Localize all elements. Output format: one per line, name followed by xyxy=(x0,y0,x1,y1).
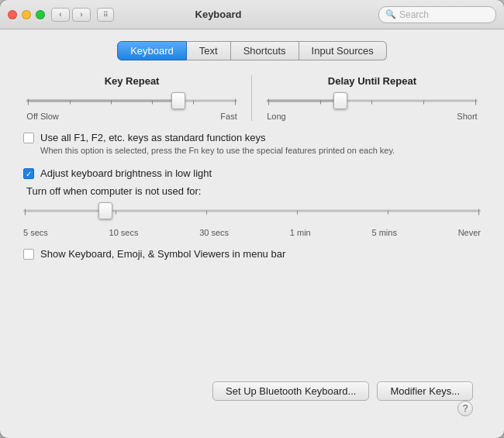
delay-repeat-label: Delay Until Repeat xyxy=(328,75,416,87)
brightness-checkbox-row: ✓ Adjust keyboard brightness in low ligh… xyxy=(23,167,481,179)
slider-divider xyxy=(251,75,252,121)
modifier-button[interactable]: Modifier Keys... xyxy=(377,381,473,401)
delay-repeat-track xyxy=(267,100,477,102)
show-viewers-checkbox[interactable] xyxy=(23,249,34,260)
fn-keys-checkbox[interactable] xyxy=(23,133,34,143)
help-button[interactable]: ? xyxy=(457,401,473,416)
time-slider[interactable] xyxy=(23,203,481,219)
time-label-3: 1 min xyxy=(290,228,311,237)
main-window: ‹ › ⠿ Keyboard 🔍 Search Keyboard Text Sh… xyxy=(0,0,504,438)
bottom-row: Set Up Bluetooth Keyboard... Modifier Ke… xyxy=(16,381,488,401)
key-repeat-track xyxy=(26,100,236,102)
bottom-area: Set Up Bluetooth Keyboard... Modifier Ke… xyxy=(16,381,488,422)
time-label-2: 30 secs xyxy=(199,228,229,237)
brightness-checkbox[interactable]: ✓ xyxy=(23,168,34,179)
fn-keys-label: Use all F1, F2, etc. keys as standard fu… xyxy=(40,132,395,143)
delay-repeat-fill xyxy=(267,100,340,102)
tab-shortcuts[interactable]: Shortcuts xyxy=(231,41,299,60)
turnoff-label: Turn off when computer is not used for: xyxy=(23,185,481,197)
brightness-section: ✓ Adjust keyboard brightness in low ligh… xyxy=(16,167,488,237)
key-repeat-group: Key Repeat xyxy=(26,75,236,121)
fn-keys-text: Use all F1, F2, etc. keys as standard fu… xyxy=(40,132,395,157)
time-label-1: 10 secs xyxy=(109,228,139,237)
search-icon: 🔍 xyxy=(385,9,396,19)
time-label-0: 5 secs xyxy=(23,228,48,237)
fn-keys-row: Use all F1, F2, etc. keys as standard fu… xyxy=(16,132,488,157)
close-button[interactable] xyxy=(8,10,17,19)
tab-bar: Keyboard Text Shortcuts Input Sources xyxy=(16,41,488,60)
window-title: Keyboard xyxy=(58,9,378,20)
time-label-5: Never xyxy=(458,228,481,237)
delay-repeat-end-labels: Long Short xyxy=(267,112,477,121)
time-label-4: 5 mins xyxy=(371,228,396,237)
bottom-buttons: Set Up Bluetooth Keyboard... Modifier Ke… xyxy=(205,381,481,401)
delay-repeat-thumb[interactable] xyxy=(333,92,347,109)
delay-repeat-group: Delay Until Repeat Long xyxy=(267,75,477,121)
traffic-lights xyxy=(8,10,45,19)
tab-input-sources[interactable]: Input Sources xyxy=(299,41,387,60)
brightness-label: Adjust keyboard brightness in low light xyxy=(40,167,212,179)
key-repeat-end-labels: Off Slow Fast xyxy=(26,112,236,121)
search-box[interactable]: 🔍 Search xyxy=(378,6,496,23)
key-repeat-left-label: Off Slow xyxy=(26,112,58,121)
time-labels: 5 secs 10 secs 30 secs 1 min 5 mins Neve… xyxy=(23,228,481,237)
key-repeat-slider[interactable] xyxy=(26,93,236,109)
tab-text[interactable]: Text xyxy=(187,41,231,60)
minimize-button[interactable] xyxy=(22,10,31,19)
key-repeat-right-label: Fast xyxy=(220,112,236,121)
content-area: Keyboard Text Shortcuts Input Sources Ke… xyxy=(0,29,504,438)
key-repeat-fill xyxy=(26,100,178,102)
tab-keyboard[interactable]: Keyboard xyxy=(117,41,187,60)
delay-repeat-right-label: Short xyxy=(457,112,477,121)
sliders-row: Key Repeat xyxy=(16,75,488,121)
delay-repeat-left-label: Long xyxy=(267,112,285,121)
delay-repeat-slider[interactable] xyxy=(267,93,477,109)
time-slider-track xyxy=(23,210,481,212)
show-viewers-label: Show Keyboard, Emoji, & Symbol Viewers i… xyxy=(40,248,285,260)
show-viewers-row: Show Keyboard, Emoji, & Symbol Viewers i… xyxy=(16,248,488,260)
maximize-button[interactable] xyxy=(36,10,45,19)
key-repeat-label: Key Repeat xyxy=(105,75,160,87)
key-repeat-thumb[interactable] xyxy=(171,92,185,109)
fn-keys-sublabel: When this option is selected, press the … xyxy=(40,145,395,157)
search-placeholder: Search xyxy=(399,9,429,20)
time-slider-thumb[interactable] xyxy=(98,202,112,219)
bluetooth-button[interactable]: Set Up Bluetooth Keyboard... xyxy=(212,381,369,401)
titlebar: ‹ › ⠿ Keyboard 🔍 Search xyxy=(0,0,504,29)
